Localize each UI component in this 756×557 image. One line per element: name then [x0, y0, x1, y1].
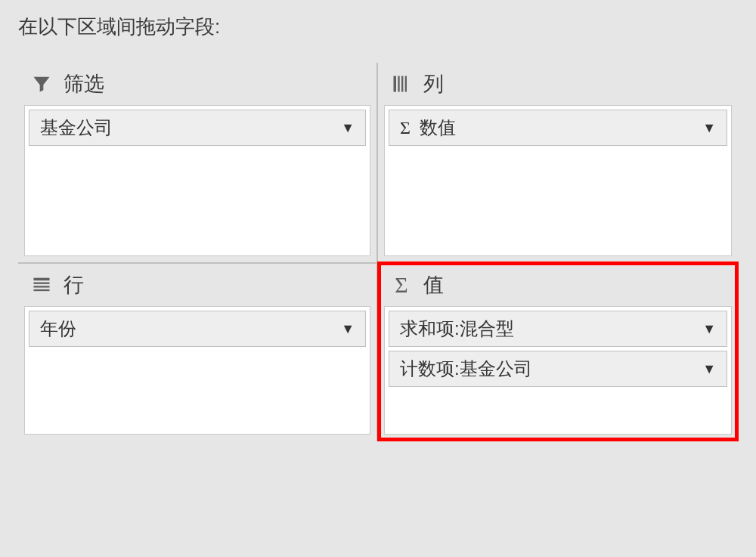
columns-dropzone[interactable]: Σ 数值 ▼ — [384, 105, 732, 256]
svg-rect-0 — [394, 76, 397, 92]
svg-rect-1 — [398, 76, 399, 92]
columns-label: 列 — [423, 70, 444, 97]
columns-icon — [390, 73, 413, 95]
filter-area: 筛选 基金公司 ▼ — [18, 63, 378, 262]
values-field1-label: 求和项:混合型 — [400, 317, 514, 341]
rows-label: 行 — [64, 271, 84, 299]
rows-icon — [30, 274, 53, 296]
rows-area: 行 年份 ▼ — [18, 262, 378, 441]
caret-down-icon: ▼ — [341, 321, 355, 337]
caret-down-icon: ▼ — [702, 361, 716, 377]
values-label: 值 — [423, 271, 444, 299]
svg-rect-4 — [34, 278, 50, 281]
values-area: Σ 值 求和项:混合型 ▼ 计数项:基金公司 ▼ — [378, 262, 738, 441]
values-header: Σ 值 — [384, 268, 732, 306]
pivot-areas-grid: 筛选 基金公司 ▼ 列 — [18, 63, 738, 441]
values-dropzone[interactable]: 求和项:混合型 ▼ 计数项:基金公司 ▼ — [384, 306, 732, 435]
values-field2-label: 计数项:基金公司 — [400, 357, 532, 381]
svg-rect-7 — [34, 289, 50, 291]
svg-rect-3 — [405, 76, 407, 92]
filter-field-pill[interactable]: 基金公司 ▼ — [29, 110, 366, 146]
caret-down-icon: ▼ — [341, 120, 355, 136]
rows-header: 行 — [24, 268, 370, 306]
rows-field-label: 年份 — [40, 317, 76, 341]
rows-dropzone[interactable]: 年份 ▼ — [24, 306, 370, 435]
funnel-icon — [30, 73, 53, 95]
columns-area: 列 Σ 数值 ▼ — [378, 63, 738, 262]
filter-dropzone[interactable]: 基金公司 ▼ — [24, 105, 370, 256]
svg-rect-6 — [34, 286, 50, 287]
filter-header: 筛选 — [24, 67, 370, 105]
columns-header: 列 — [384, 67, 732, 105]
filter-field-label: 基金公司 — [40, 116, 113, 140]
svg-rect-5 — [34, 283, 50, 284]
caret-down-icon: ▼ — [702, 120, 716, 136]
caret-down-icon: ▼ — [702, 321, 716, 337]
filter-label: 筛选 — [64, 70, 104, 97]
columns-field-label: Σ 数值 — [400, 116, 456, 140]
columns-field-pill[interactable]: Σ 数值 ▼ — [389, 110, 727, 146]
values-field-pill-2[interactable]: 计数项:基金公司 ▼ — [389, 351, 727, 387]
rows-field-pill[interactable]: 年份 ▼ — [29, 311, 366, 347]
svg-rect-2 — [401, 76, 403, 92]
instruction-text: 在以下区域间拖动字段: — [18, 14, 738, 40]
values-field-pill-1[interactable]: 求和项:混合型 ▼ — [389, 311, 727, 347]
sigma-icon: Σ — [390, 274, 413, 296]
